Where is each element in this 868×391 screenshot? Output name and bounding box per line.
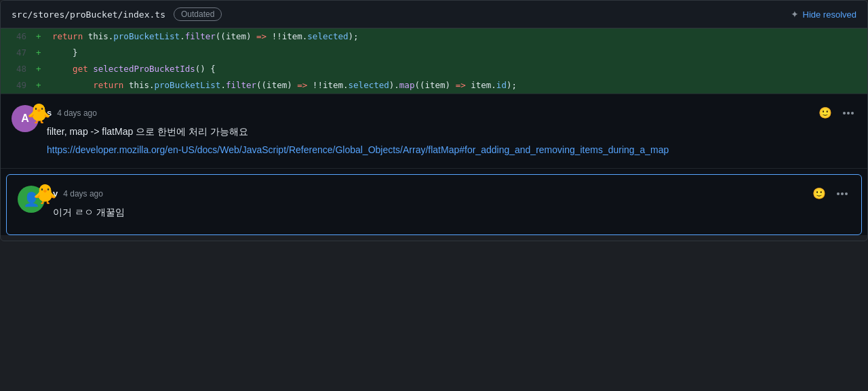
comment-body-1: s 4 days ago 🙂 filter, map - [47,105,856,157]
more-options-button-2[interactable] [834,191,850,197]
outdated-badge: Outdated [174,7,222,21]
line-code-49: return this.proBucketList.filter((item) … [47,77,522,94]
code-line-46: 46 + return this.proBucketList.filter((i… [1,28,867,45]
comments-section: A 🐥 s 4 days ago 🙂 [1,94,867,235]
comment-thread-1: A 🐥 s 4 days ago 🙂 [1,94,867,169]
comment-actions-1: 🙂 [816,105,856,121]
comment-meta-left-2: v 4 days ago [53,188,103,199]
comment-text-2: 이거 ㄹㅇ 개꿀임 [53,205,850,220]
code-diff: 46 + return this.proBucketList.filter((i… [1,28,867,94]
sparkle-icon: ✦ [791,9,799,20]
hide-resolved-button[interactable]: ✦ Hide resolved [791,9,857,20]
line-code-46: return this.proBucketList.filter((item) … [47,28,364,45]
file-header: src/stores/proBucket/index.ts Outdated ✦… [1,1,867,28]
more-options-button-1[interactable] [840,110,856,116]
timestamp-1: 4 days ago [57,108,97,118]
code-line-49: 49 + return this.proBucketList.filter((i… [1,77,867,94]
code-line-47: 47 + } [1,45,867,61]
comment-thread-2: 👤 🐥 v 4 days ago 🙂 [6,174,862,235]
avatar-wrapper-1: A 🐥 [12,105,39,157]
line-number-49: 49 [1,77,33,94]
timestamp-2: 4 days ago [63,189,103,199]
comment-actions-2: 🙂 [810,186,850,201]
code-line-48: 48 + get selectedProBucketIds() { [1,61,867,77]
comment-2: 👤 🐥 v 4 days ago 🙂 [18,186,850,224]
file-header-left: src/stores/proBucket/index.ts Outdated [12,7,222,21]
hide-resolved-label: Hide resolved [803,9,857,20]
comment-meta-1: s 4 days ago 🙂 [47,105,856,121]
three-dots-icon-1 [843,112,854,115]
comment-link-1[interactable]: https://developer.mozilla.org/en-US/docs… [47,143,856,157]
line-sign-47: + [33,45,47,61]
line-sign-48: + [33,61,47,77]
comment-meta-2: v 4 days ago 🙂 [53,186,850,201]
line-number-46: 46 [1,28,33,45]
duck-emoji-2: 🐥 [31,180,58,207]
comment-meta-left-1: s 4 days ago [47,108,97,118]
file-path: src/stores/proBucket/index.ts [12,9,165,20]
line-code-48: get selectedProBucketIds() { [47,61,221,77]
emoji-reaction-button-2[interactable]: 🙂 [810,186,829,201]
line-number-48: 48 [1,61,33,77]
duck-emoji-1: 🐥 [25,100,52,127]
three-dots-icon-2 [837,192,848,195]
line-code-47: } [47,45,83,61]
emoji-reaction-button-1[interactable]: 🙂 [816,105,835,121]
comment-text-1: filter, map -> flatMap 으로 한번에 처리 가능해요 [47,125,856,139]
review-comment-container: src/stores/proBucket/index.ts Outdated ✦… [0,0,868,241]
line-sign-46: + [33,28,47,45]
comment-1: A 🐥 s 4 days ago 🙂 [12,105,856,157]
avatar-wrapper-2: 👤 🐥 [18,186,45,224]
comment-body-2: v 4 days ago 🙂 이거 ㄹㅇ 개꿀임 [53,186,850,224]
line-sign-49: + [33,77,47,94]
line-number-47: 47 [1,45,33,61]
